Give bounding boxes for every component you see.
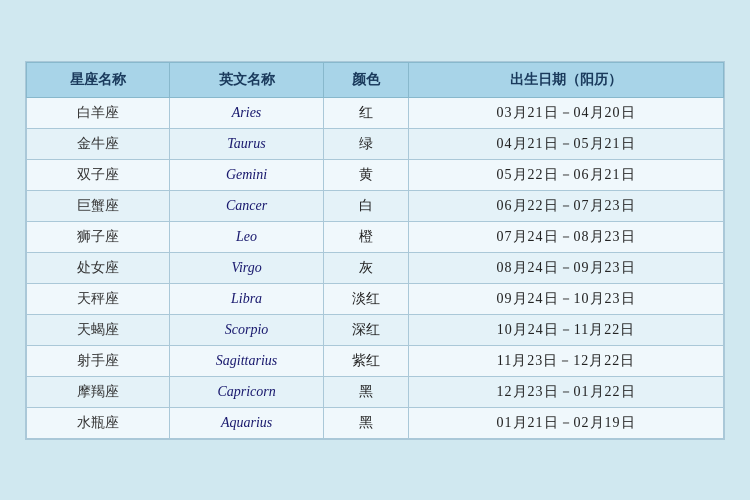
table-row: 巨蟹座Cancer白06月22日－07月23日 (27, 190, 724, 221)
zodiac-table-container: 星座名称 英文名称 颜色 出生日期（阳历） 白羊座Aries红03月21日－04… (25, 61, 725, 440)
table-cell: 巨蟹座 (27, 190, 170, 221)
table-row: 射手座Sagittarius紫红11月23日－12月22日 (27, 345, 724, 376)
table-cell: 处女座 (27, 252, 170, 283)
table-cell: 橙 (324, 221, 409, 252)
table-cell: 射手座 (27, 345, 170, 376)
zodiac-table: 星座名称 英文名称 颜色 出生日期（阳历） 白羊座Aries红03月21日－04… (26, 62, 724, 439)
table-cell: 红 (324, 97, 409, 128)
table-row: 水瓶座Aquarius黑01月21日－02月19日 (27, 407, 724, 438)
table-cell: 天蝎座 (27, 314, 170, 345)
table-cell: Sagittarius (169, 345, 323, 376)
table-cell: 狮子座 (27, 221, 170, 252)
table-cell: 摩羯座 (27, 376, 170, 407)
table-cell: 深红 (324, 314, 409, 345)
table-cell: 紫红 (324, 345, 409, 376)
table-header-row: 星座名称 英文名称 颜色 出生日期（阳历） (27, 62, 724, 97)
table-cell: 06月22日－07月23日 (409, 190, 724, 221)
table-cell: 天秤座 (27, 283, 170, 314)
table-cell: 绿 (324, 128, 409, 159)
table-cell: 水瓶座 (27, 407, 170, 438)
table-row: 摩羯座Capricorn黑12月23日－01月22日 (27, 376, 724, 407)
table-row: 白羊座Aries红03月21日－04月20日 (27, 97, 724, 128)
table-row: 天秤座Libra淡红09月24日－10月23日 (27, 283, 724, 314)
table-row: 狮子座Leo橙07月24日－08月23日 (27, 221, 724, 252)
table-cell: 黑 (324, 376, 409, 407)
table-cell: 双子座 (27, 159, 170, 190)
table-cell: 金牛座 (27, 128, 170, 159)
table-cell: Cancer (169, 190, 323, 221)
header-birthdate: 出生日期（阳历） (409, 62, 724, 97)
table-cell: 07月24日－08月23日 (409, 221, 724, 252)
table-cell: 黄 (324, 159, 409, 190)
table-cell: 11月23日－12月22日 (409, 345, 724, 376)
table-cell: 01月21日－02月19日 (409, 407, 724, 438)
table-cell: 白羊座 (27, 97, 170, 128)
table-cell: 10月24日－11月22日 (409, 314, 724, 345)
header-chinese-name: 星座名称 (27, 62, 170, 97)
table-cell: Libra (169, 283, 323, 314)
table-row: 处女座Virgo灰08月24日－09月23日 (27, 252, 724, 283)
table-cell: 05月22日－06月21日 (409, 159, 724, 190)
table-row: 金牛座Taurus绿04月21日－05月21日 (27, 128, 724, 159)
table-cell: 08月24日－09月23日 (409, 252, 724, 283)
table-cell: 09月24日－10月23日 (409, 283, 724, 314)
table-cell: Capricorn (169, 376, 323, 407)
table-cell: Scorpio (169, 314, 323, 345)
table-cell: 白 (324, 190, 409, 221)
table-cell: 淡红 (324, 283, 409, 314)
table-cell: Aquarius (169, 407, 323, 438)
table-cell: 03月21日－04月20日 (409, 97, 724, 128)
table-cell: Aries (169, 97, 323, 128)
table-row: 天蝎座Scorpio深红10月24日－11月22日 (27, 314, 724, 345)
header-color: 颜色 (324, 62, 409, 97)
table-cell: 04月21日－05月21日 (409, 128, 724, 159)
table-cell: 黑 (324, 407, 409, 438)
table-row: 双子座Gemini黄05月22日－06月21日 (27, 159, 724, 190)
table-cell: Virgo (169, 252, 323, 283)
table-cell: Taurus (169, 128, 323, 159)
table-cell: Leo (169, 221, 323, 252)
header-english-name: 英文名称 (169, 62, 323, 97)
table-cell: Gemini (169, 159, 323, 190)
table-cell: 灰 (324, 252, 409, 283)
table-cell: 12月23日－01月22日 (409, 376, 724, 407)
